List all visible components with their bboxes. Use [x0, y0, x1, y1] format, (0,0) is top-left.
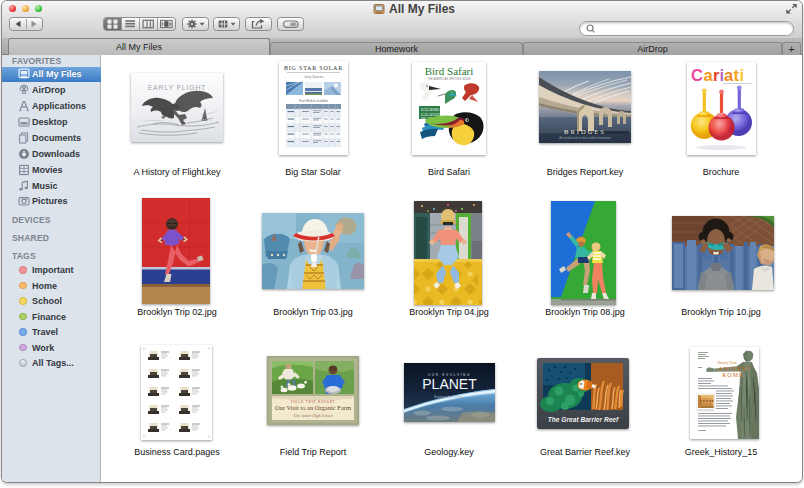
- svg-text:EARLY FLIGHT: EARLY FLIGHT: [148, 83, 207, 90]
- svg-text:Your Models Available: Your Models Available: [298, 99, 328, 103]
- svg-text:Bird Safari: Bird Safari: [425, 65, 474, 77]
- svg-text:BIG STAR SOLAR: BIG STAR SOLAR: [283, 65, 342, 71]
- svg-text:a: a: [724, 65, 734, 83]
- svg-text:BRIDGES: BRIDGES: [564, 128, 606, 135]
- svg-text:An introduction to man’s oldes: An introduction to man’s oldest innovati…: [559, 136, 611, 140]
- svg-text:ROME: ROME: [722, 371, 743, 377]
- svg-text:Array Systems: Array Systems: [303, 75, 324, 79]
- svg-text:FIELD TRIP REPORT: FIELD TRIP REPORT: [291, 400, 336, 404]
- svg-text:Our Visit to an Organic Farm: Our Visit to an Organic Farm: [275, 404, 351, 411]
- svg-text:C: C: [691, 65, 703, 83]
- svg-text:a: a: [703, 65, 713, 83]
- svg-text:PLANET: PLANET: [422, 376, 477, 392]
- svg-text:City Junior High School: City Junior High School: [294, 413, 334, 418]
- svg-text:Beginning Earth Science: Beginning Earth Science: [434, 394, 465, 398]
- svg-text:The Great Barrier Reef: The Great Barrier Reef: [548, 415, 619, 422]
- svg-text:THE AMERICAS WRITING GUIDE: THE AMERICAS WRITING GUIDE: [427, 77, 470, 81]
- svg-text:i: i: [739, 65, 744, 83]
- svg-text:History Final: History Final: [717, 361, 736, 365]
- svg-text:ECUADOR &: ECUADOR &: [421, 108, 442, 112]
